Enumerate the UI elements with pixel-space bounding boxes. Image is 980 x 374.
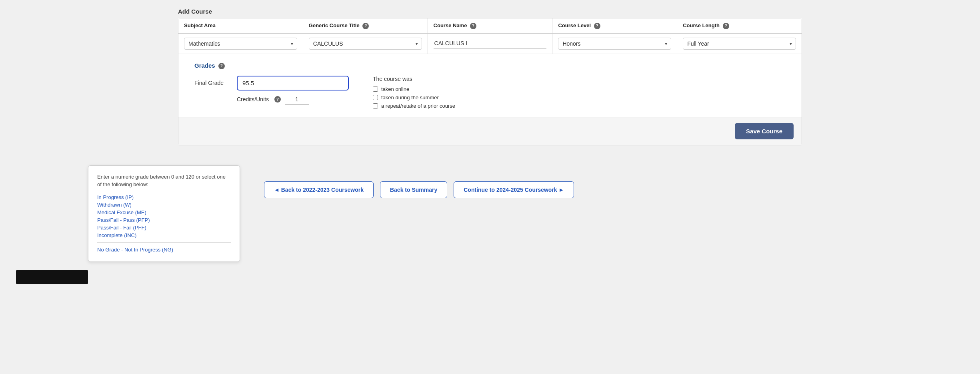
- tooltip-link-ip[interactable]: In Progress (IP): [97, 194, 231, 200]
- course-level-help-icon[interactable]: ?: [594, 23, 600, 29]
- credits-input[interactable]: [285, 95, 309, 105]
- tooltip-link-me[interactable]: Medical Excuse (ME): [97, 209, 231, 215]
- course-length-help-icon[interactable]: ?: [723, 23, 729, 29]
- tooltip-description: Enter a numeric grade between 0 and 120 …: [97, 173, 231, 189]
- taken-summer-label: taken during the summer: [381, 95, 439, 101]
- cell-generic-course-title: CALCULUS ALGEBRA GEOMETRY TRIGONOMETRY ▼: [303, 34, 428, 54]
- course-length-select-wrapper: Full Year Semester Quarter Trimester ▼: [683, 38, 796, 50]
- tooltip-divider: [97, 242, 231, 243]
- grades-section: Grades ? Final Grade Credits/Units ?: [178, 54, 802, 117]
- tooltip-link-pfp[interactable]: Pass/Fail - Pass (PFP): [97, 217, 231, 223]
- tooltip-link-ng[interactable]: No Grade - Not In Progress (NG): [97, 247, 231, 253]
- tooltip-link-w[interactable]: Withdrawn (W): [97, 202, 231, 208]
- course-length-select[interactable]: Full Year Semester Quarter Trimester: [683, 38, 796, 50]
- cell-subject-area: Mathematics Science English History ▼: [178, 34, 303, 54]
- table-header-row: Subject Area Generic Course Title ? Cour…: [178, 18, 802, 34]
- credits-help-icon[interactable]: ?: [274, 96, 281, 103]
- cell-course-length: Full Year Semester Quarter Trimester ▼: [677, 34, 802, 54]
- header-course-length: Course Length ?: [677, 18, 802, 33]
- course-level-select-wrapper: Honors AP Regular Advanced ▼: [558, 38, 671, 50]
- course-name-input[interactable]: [434, 38, 547, 48]
- header-generic-course-title: Generic Course Title ?: [303, 18, 428, 33]
- checkbox-taken-online[interactable]: taken online: [373, 86, 455, 92]
- course-form-card: Subject Area Generic Course Title ? Cour…: [178, 18, 802, 145]
- tooltip-link-pff[interactable]: Pass/Fail - Fail (PFF): [97, 225, 231, 231]
- grades-title: Grades ?: [194, 62, 786, 69]
- final-grade-area: Final Grade Credits/Units ?: [194, 76, 349, 105]
- taken-summer-checkbox[interactable]: [373, 95, 378, 100]
- subject-area-select[interactable]: Mathematics Science English History: [184, 38, 297, 50]
- tooltip-link-inc[interactable]: Incomplete (INC): [97, 232, 231, 238]
- course-was-label: The course was: [373, 76, 455, 82]
- course-level-select[interactable]: Honors AP Regular Advanced: [558, 38, 671, 50]
- back-coursework-button[interactable]: ◄ Back to 2022-2023 Coursework: [264, 181, 374, 198]
- credits-row: Credits/Units ?: [237, 95, 349, 105]
- checkbox-taken-summer[interactable]: taken during the summer: [373, 95, 455, 101]
- save-course-button[interactable]: Save Course: [735, 123, 794, 139]
- continue-coursework-button[interactable]: Continue to 2024-2025 Coursework ►: [454, 181, 574, 198]
- below-section: Enter a numeric grade between 0 and 120 …: [0, 153, 980, 292]
- final-grade-row: Final Grade: [194, 76, 349, 90]
- generic-course-title-help-icon[interactable]: ?: [362, 23, 369, 29]
- generic-course-title-select[interactable]: CALCULUS ALGEBRA GEOMETRY TRIGONOMETRY: [309, 38, 422, 50]
- header-course-name: Course Name ?: [428, 18, 553, 33]
- taken-online-label: taken online: [381, 86, 409, 92]
- course-name-help-icon[interactable]: ?: [470, 23, 476, 29]
- back-summary-button[interactable]: Back to Summary: [380, 181, 447, 198]
- credits-label: Credits/Units: [237, 96, 269, 103]
- grades-content: Final Grade Credits/Units ? The course w…: [194, 76, 786, 109]
- grade-tooltip-card: Enter a numeric grade between 0 and 120 …: [88, 165, 240, 262]
- table-data-row: Mathematics Science English History ▼ CA…: [178, 34, 802, 54]
- header-subject-area: Subject Area: [178, 18, 303, 33]
- course-options-area: The course was taken online taken during…: [373, 76, 455, 109]
- subject-area-select-wrapper: Mathematics Science English History ▼: [184, 38, 297, 50]
- final-grade-label: Final Grade: [194, 80, 230, 86]
- cell-course-name: [428, 34, 553, 54]
- repeat-retake-checkbox[interactable]: [373, 103, 378, 109]
- bottom-black-bar: [16, 270, 88, 284]
- header-course-level: Course Level ?: [552, 18, 677, 33]
- final-grade-input[interactable]: [237, 76, 349, 90]
- add-course-title: Add Course: [178, 8, 802, 15]
- cell-course-level: Honors AP Regular Advanced ▼: [552, 34, 677, 54]
- checkbox-repeat-retake[interactable]: a repeat/retake of a prior course: [373, 103, 455, 109]
- taken-online-checkbox[interactable]: [373, 86, 378, 92]
- grades-help-icon[interactable]: ?: [218, 63, 225, 69]
- generic-course-title-select-wrapper: CALCULUS ALGEBRA GEOMETRY TRIGONOMETRY ▼: [309, 38, 422, 50]
- nav-buttons-row: ◄ Back to 2022-2023 Coursework Back to S…: [264, 181, 574, 198]
- save-course-row: Save Course: [178, 117, 802, 145]
- repeat-retake-label: a repeat/retake of a prior course: [381, 103, 455, 109]
